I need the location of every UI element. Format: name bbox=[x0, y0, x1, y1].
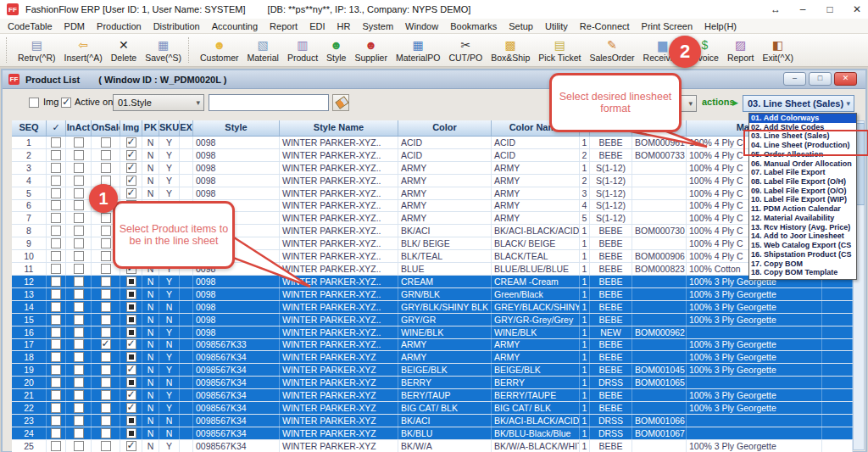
table-row[interactable]: 4NY0098WINTER PARKER-XYZ..ARMYARMY2S(1-1… bbox=[12, 175, 853, 187]
checkbox-onsale[interactable] bbox=[101, 264, 111, 274]
checkbox-chk[interactable] bbox=[51, 365, 61, 375]
menu-item-utility[interactable]: Utility bbox=[539, 21, 574, 31]
checkbox-img[interactable] bbox=[126, 289, 136, 299]
table-row[interactable]: 21NY0098567K34WINTER PARKER-XYZBERY/TAUP… bbox=[12, 389, 853, 402]
checkbox-img[interactable] bbox=[126, 365, 136, 375]
checkbox-chk[interactable] bbox=[51, 200, 61, 210]
checkbox-inact[interactable] bbox=[74, 200, 84, 210]
clear-search-button[interactable] bbox=[332, 94, 349, 111]
toolbar-material[interactable]: ▧Material bbox=[243, 35, 283, 65]
table-row[interactable]: 5NY0098WINTER PARKER-XYZ..ARMYARMY3S(1-1… bbox=[12, 187, 853, 200]
checkbox-chk[interactable] bbox=[51, 289, 61, 299]
toolbar-exit-x[interactable]: ◧Exit(^X) bbox=[758, 35, 797, 65]
checkbox-onsale[interactable] bbox=[101, 226, 111, 236]
checkbox-inact[interactable] bbox=[74, 390, 84, 400]
checkbox-onsale[interactable] bbox=[101, 137, 111, 148]
column-header-onsale[interactable]: OnSale bbox=[92, 120, 120, 136]
minimize-icon[interactable]: – bbox=[797, 3, 809, 15]
toolbar-delete[interactable]: ✕Delete bbox=[107, 35, 141, 65]
table-row[interactable]: 15NN0098WINTER PARKER-XYZ..GRY/GRGRY/GR-… bbox=[12, 314, 853, 326]
checkbox-inact[interactable] bbox=[74, 137, 84, 148]
child-restore-icon[interactable]: □ bbox=[809, 72, 832, 86]
child-minimize-icon[interactable]: – bbox=[783, 72, 806, 86]
table-row[interactable]: 22NY0098567K34WINTER PARKER-XYZBIG CAT/ … bbox=[12, 402, 853, 415]
checkbox-onsale[interactable] bbox=[101, 416, 111, 426]
checkbox-inact[interactable] bbox=[74, 150, 84, 160]
checkbox-chk[interactable] bbox=[51, 428, 61, 438]
checkbox-chk[interactable] bbox=[51, 163, 61, 173]
action-item-17-copy-bom[interactable]: 17. Copy BOM bbox=[749, 259, 856, 269]
action-item-10-label-file-export-wip[interactable]: 10. Label File Export (WIP) bbox=[749, 195, 856, 204]
search-input[interactable] bbox=[209, 94, 329, 111]
checkbox-inact[interactable] bbox=[74, 188, 84, 198]
child-close-icon[interactable]: ✕ bbox=[834, 72, 857, 86]
checkbox-onsale[interactable] bbox=[101, 365, 111, 375]
checkbox-inact[interactable] bbox=[74, 302, 84, 312]
checkbox-img[interactable] bbox=[126, 276, 136, 287]
action-item-12-material-availability[interactable]: 12. Material Availability bbox=[749, 214, 856, 223]
checkbox-onsale[interactable] bbox=[101, 276, 111, 287]
table-row[interactable]: 2NY0098WINTER PARKER-XYZ..ACIDACID2BEBEB… bbox=[12, 149, 853, 162]
action-item-18-copy-bom-template[interactable]: 18. Copy BOM Template bbox=[749, 268, 856, 277]
column-header-blank[interactable]: ✓ bbox=[47, 120, 66, 136]
checkbox-inact[interactable] bbox=[74, 276, 84, 287]
checkbox-onsale[interactable] bbox=[101, 251, 111, 261]
checkbox-inact[interactable] bbox=[74, 264, 84, 274]
checkbox-img[interactable] bbox=[126, 428, 136, 438]
menu-item-window[interactable]: Window bbox=[399, 21, 444, 31]
checkbox-onsale[interactable] bbox=[101, 150, 111, 160]
checkbox-inact[interactable] bbox=[74, 352, 84, 362]
menu-item-bookmarks[interactable]: Bookmarks bbox=[444, 21, 503, 31]
checkbox-img[interactable] bbox=[126, 315, 136, 325]
checkbox-onsale[interactable] bbox=[101, 302, 111, 312]
menu-item-system[interactable]: System bbox=[356, 21, 399, 31]
column-header-img[interactable]: Img bbox=[120, 120, 142, 136]
img-checkbox[interactable] bbox=[29, 98, 39, 108]
menu-item-accounting[interactable]: Accounting bbox=[206, 21, 264, 31]
checkbox-img[interactable] bbox=[126, 339, 136, 349]
checkbox-chk[interactable] bbox=[51, 377, 61, 388]
checkbox-chk[interactable] bbox=[51, 390, 61, 400]
checkbox-onsale[interactable] bbox=[101, 213, 111, 223]
action-item-07-label-file-export[interactable]: 07. Label File Export bbox=[749, 168, 856, 177]
column-header-style-name[interactable]: Style Name bbox=[280, 120, 398, 136]
toolbar-retrv-r[interactable]: ▤Retrv(^R) bbox=[14, 35, 60, 65]
checkbox-img[interactable] bbox=[126, 352, 136, 362]
toolbar-product[interactable]: ▥Product bbox=[283, 35, 322, 65]
column-header-sku[interactable]: SKU bbox=[159, 120, 180, 136]
table-row[interactable]: 20NN0098567K34WINTER PARKER-XYZBERRYBERR… bbox=[12, 377, 853, 389]
checkbox-onsale[interactable] bbox=[101, 403, 111, 413]
checkbox-onsale[interactable] bbox=[101, 377, 111, 388]
menu-item-report[interactable]: Report bbox=[264, 21, 303, 31]
checkbox-chk[interactable] bbox=[51, 315, 61, 325]
checkbox-inact[interactable] bbox=[74, 315, 84, 325]
resize-icon[interactable]: ↔ bbox=[770, 3, 782, 15]
checkbox-img[interactable] bbox=[126, 188, 136, 198]
menu-item-distribution[interactable]: Distribution bbox=[147, 21, 206, 31]
checkbox-chk[interactable] bbox=[51, 238, 61, 248]
menu-item-re-connect[interactable]: Re-Connect bbox=[574, 21, 636, 31]
table-row[interactable]: 1NY0098WINTER PARKER-XYZ..ACIDACID1BEBEB… bbox=[12, 137, 853, 149]
column-header-ex[interactable]: EX bbox=[180, 120, 193, 136]
action-item-08-label-file-export-o-h[interactable]: 08. Label File Export (O/H) bbox=[749, 177, 856, 187]
table-row[interactable]: 24NN0098567K34WINTER PARKER-XYZBK/BLUBK/… bbox=[12, 427, 853, 440]
menu-item-edi[interactable]: EDI bbox=[303, 21, 331, 31]
toolbar-style[interactable]: ☻Style bbox=[322, 35, 350, 65]
action-item-11-pdm-action-calendar[interactable]: 11. PDM Action Calendar bbox=[749, 204, 856, 214]
menu-item-pdm[interactable]: PDM bbox=[58, 21, 91, 31]
checkbox-inact[interactable] bbox=[74, 365, 84, 375]
checkbox-img[interactable] bbox=[126, 390, 136, 400]
table-row[interactable]: 25NY0098567K34WINTER PARKER-XYZBK/W/ABK/… bbox=[12, 440, 853, 452]
checkbox-img[interactable] bbox=[126, 377, 136, 388]
action-item-15-web-catalog-export-cs[interactable]: 15. Web Catalog Export (CS bbox=[749, 241, 856, 250]
checkbox-onsale[interactable] bbox=[101, 352, 111, 362]
table-row[interactable]: 19NY0098567K34WINTER PARKER-XYZBEIGE/BLK… bbox=[12, 364, 853, 377]
checkbox-onsale[interactable] bbox=[101, 163, 111, 173]
actions-combobox[interactable]: 03. Line Sheet (Sales) ▾ bbox=[743, 95, 854, 112]
active-only-checkbox[interactable] bbox=[61, 98, 71, 108]
column-header-pk[interactable]: PK bbox=[142, 120, 159, 136]
checkbox-onsale[interactable] bbox=[101, 327, 111, 338]
checkbox-chk[interactable] bbox=[51, 213, 61, 223]
table-row[interactable]: 17NN0098567K33WINTER PARKER-XYZ..ARMYARM… bbox=[12, 339, 853, 352]
action-item-01-add-colorways[interactable]: 01. Add Colorways bbox=[749, 114, 856, 123]
